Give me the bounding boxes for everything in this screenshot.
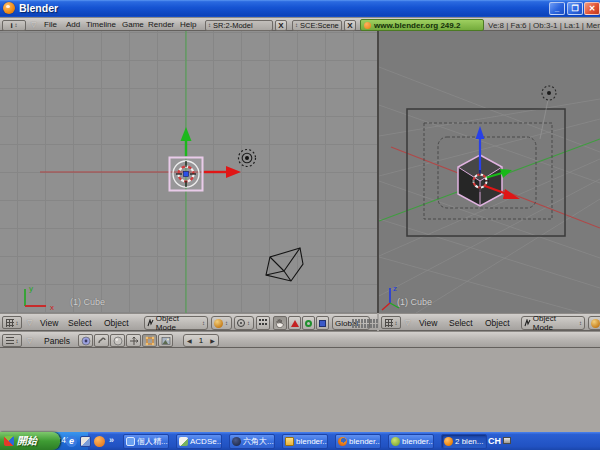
lamp-object[interactable] (239, 150, 256, 167)
mode-dropdown[interactable]: Object Mode ↕ (521, 316, 585, 330)
dropdown-arrows-icon: ↕ (225, 320, 228, 326)
layer-cell[interactable] (355, 319, 357, 323)
snap-button[interactable] (256, 316, 270, 330)
menu-help[interactable]: Help (180, 20, 196, 29)
scene-context-button[interactable] (158, 334, 173, 347)
media-player-icon[interactable] (94, 436, 105, 447)
grid-icon (385, 319, 393, 327)
camera-object[interactable] (266, 248, 303, 281)
draw-type-dropdown[interactable]: ↕ (211, 316, 232, 330)
viewport-left[interactable]: y x (1) Cube (0, 31, 377, 313)
translate-manipulator-button[interactable] (288, 316, 301, 330)
buttons-window-type-button[interactable]: ↕ (2, 334, 22, 347)
scene-selector[interactable]: ↕ SCE:Scene (292, 20, 342, 31)
keyboard-icon[interactable] (503, 437, 511, 444)
layer-cell[interactable] (361, 319, 363, 323)
scene-selector-value: SCE:Scene (300, 21, 339, 30)
layer-cell[interactable] (364, 324, 366, 328)
menu-timeline[interactable]: Timeline (86, 20, 116, 29)
manipulator-y-arrowhead[interactable] (181, 127, 192, 141)
mode-icon (147, 319, 154, 327)
menu-render[interactable]: Render (148, 20, 174, 29)
menu-object[interactable]: Object (104, 318, 129, 328)
draw-type-dropdown[interactable] (588, 316, 600, 330)
viewport-type-button[interactable]: ↕ (2, 316, 22, 329)
layer-cell[interactable] (358, 319, 360, 323)
dropdown-arrows-icon: ↕ (247, 320, 250, 326)
manipulator-toggle-button[interactable] (273, 316, 287, 330)
menu-object[interactable]: Object (485, 318, 510, 328)
menu-game[interactable]: Game (122, 20, 144, 29)
scene-close-button[interactable]: X (344, 20, 356, 31)
start-button[interactable]: 開始 (0, 432, 60, 450)
layer-cell[interactable] (370, 319, 372, 323)
layer-cell[interactable] (376, 324, 378, 328)
menu-select[interactable]: Select (68, 318, 92, 328)
logic-context-button[interactable] (78, 334, 93, 347)
taskbar-button-acdsee[interactable]: ACDSe... (176, 434, 222, 449)
taskbar-button-blender-group[interactable]: 2 blen... (441, 434, 487, 449)
viewport-right[interactable]: z (1) Cube (379, 31, 600, 313)
screen-close-button[interactable]: X (275, 20, 287, 31)
menu-file[interactable]: File (44, 20, 57, 29)
close-button[interactable]: ✕ (584, 2, 600, 15)
layer-buttons[interactable] (352, 319, 374, 328)
layer-cell[interactable] (352, 319, 354, 323)
frame-counter[interactable]: ◀ 1 ▶ (183, 334, 219, 347)
layer-cell[interactable] (367, 324, 369, 328)
viewport-type-button[interactable]: ↕ (381, 316, 401, 329)
shading-context-button[interactable] (110, 334, 125, 347)
taskbar-button-blender-folder[interactable]: blender... (282, 434, 328, 449)
layer-cell[interactable] (355, 324, 357, 328)
collapse-triangle-icon[interactable]: ▽ (27, 337, 32, 345)
layer-cell[interactable] (376, 319, 378, 323)
manipulator-x-arrowhead[interactable] (226, 166, 241, 178)
version-button[interactable]: www.blender.org 249.2 (360, 19, 484, 31)
collapse-triangle-icon[interactable]: ▽ (27, 319, 32, 327)
layer-cell[interactable] (367, 319, 369, 323)
screen-selector-value: SR:2-Model (213, 21, 253, 30)
minimize-button[interactable]: _ (549, 2, 565, 15)
layer-cell[interactable] (373, 324, 375, 328)
pivot-dropdown[interactable]: ↕ (234, 316, 254, 330)
layer-cell[interactable] (373, 319, 375, 323)
editing-context-button[interactable] (142, 334, 157, 347)
script-context-button[interactable] (94, 334, 109, 347)
menu-add[interactable]: Add (66, 20, 80, 29)
info-icon: i (10, 21, 12, 30)
titlebar[interactable]: Blender _ ❐ ✕ (0, 0, 600, 17)
layer-cell[interactable] (358, 324, 360, 328)
taskbar-button-blender-app[interactable]: blender... (388, 434, 434, 449)
ie-quicklaunch-icon[interactable]: e (66, 436, 77, 447)
manipulator-center[interactable] (184, 172, 189, 177)
version-label: www.blender.org 249.2 (374, 21, 460, 30)
taskbar-button-label: 個人精... (137, 436, 168, 447)
taskbar-button-personal[interactable]: 個人精... (123, 434, 169, 449)
rotate-manipulator-button[interactable] (302, 316, 315, 330)
mode-dropdown[interactable]: Object Mode ↕ (144, 316, 208, 330)
app-icon (232, 437, 241, 446)
menu-view[interactable]: View (419, 318, 437, 328)
show-desktop-icon[interactable] (80, 436, 91, 447)
taskbar-button-hexagon[interactable]: 六角大... (229, 434, 275, 449)
menu-select[interactable]: Select (449, 318, 473, 328)
layer-cell[interactable] (370, 324, 372, 328)
quicklaunch-chevron-icon[interactable]: » (109, 435, 114, 445)
language-indicator[interactable]: CH (488, 436, 501, 446)
restore-button[interactable]: ❐ (567, 2, 583, 15)
scale-manipulator-button[interactable] (316, 316, 329, 330)
menubar: i ↕ ▽ File Add Timeline Game Render Help… (0, 17, 600, 31)
layer-cell[interactable] (352, 324, 354, 328)
frame-prev-icon[interactable]: ◀ (187, 337, 192, 344)
window-type-button[interactable]: i ↕ (2, 20, 26, 31)
object-context-button[interactable] (126, 334, 141, 347)
taskbar-button-label: ACDSe... (190, 437, 222, 446)
taskbar-button-blender-firefox[interactable]: blender... (335, 434, 381, 449)
menu-view[interactable]: View (40, 318, 58, 328)
screen-selector[interactable]: ↕ SR:2-Model (205, 20, 273, 31)
frame-next-icon[interactable]: ▶ (210, 337, 215, 344)
layer-cell[interactable] (364, 319, 366, 323)
collapse-triangle-icon[interactable]: ▽ (31, 21, 36, 29)
layer-cell[interactable] (361, 324, 363, 328)
collapse-triangle-icon[interactable]: ▽ (405, 319, 410, 327)
